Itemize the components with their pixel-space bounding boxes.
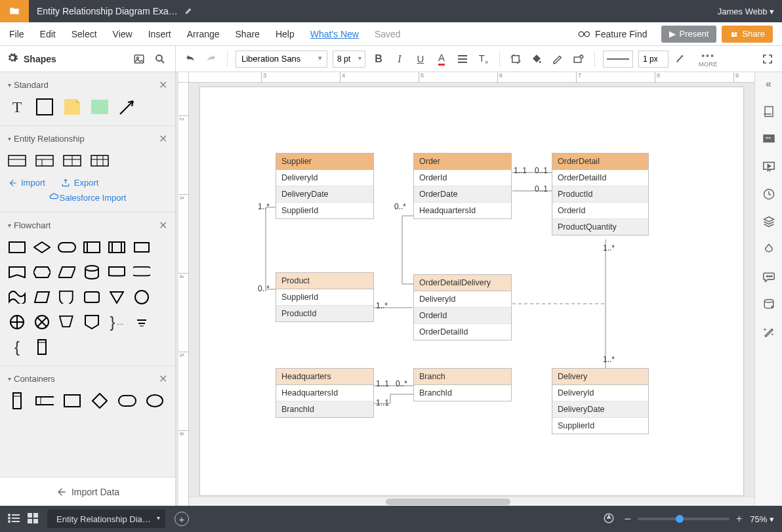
history-icon[interactable] <box>762 188 775 201</box>
arrow-shape[interactable] <box>118 98 136 116</box>
font-select[interactable]: Liberation Sans <box>236 51 327 68</box>
entity-order[interactable]: Order OrderId OrderDate HeadquartersId <box>413 153 512 219</box>
ct-shape[interactable] <box>35 392 54 410</box>
er-grid-shape[interactable] <box>63 152 81 170</box>
entity-supplier[interactable]: Supplier DeliveryId DeliveryDate Supplie… <box>276 153 374 219</box>
line-width-input[interactable] <box>638 51 669 68</box>
more-tools[interactable]: ••• MORE <box>699 51 718 68</box>
underline-icon[interactable]: U <box>413 51 428 67</box>
line-style-select[interactable] <box>603 51 633 68</box>
fc-shape[interactable] <box>33 288 51 306</box>
fc-shape[interactable] <box>83 288 101 306</box>
ct-shape[interactable] <box>8 392 26 410</box>
close-icon[interactable]: ✕ <box>159 133 167 145</box>
sync-status-icon[interactable] <box>603 512 615 526</box>
fc-shape[interactable] <box>33 313 51 331</box>
data-icon[interactable] <box>762 298 775 311</box>
er-table-shape[interactable] <box>35 152 54 170</box>
line-arrow-icon[interactable] <box>674 51 689 67</box>
rename-icon[interactable] <box>184 6 194 17</box>
fc-shape[interactable] <box>58 238 76 256</box>
fc-shape[interactable] <box>133 263 151 281</box>
entity-delivery[interactable]: Delivery DeliveryId DeliveryDate Supplie… <box>552 368 649 434</box>
menu-view[interactable]: View <box>113 29 133 39</box>
fc-shape[interactable] <box>83 238 101 256</box>
fc-shape[interactable] <box>108 288 126 306</box>
undo-icon[interactable] <box>182 51 198 67</box>
italic-icon[interactable]: I <box>392 51 407 67</box>
folder-icon[interactable] <box>0 0 29 22</box>
fill-icon[interactable] <box>529 51 545 67</box>
canvas[interactable]: 3 4 5 6 7 8 9 2 3 4 5 6 <box>178 72 754 506</box>
menu-select[interactable]: Select <box>72 29 97 39</box>
entity-product[interactable]: Product SupplierId ProductId <box>276 272 374 322</box>
fc-shape[interactable] <box>8 238 26 256</box>
user-menu[interactable]: James Webb ▾ <box>718 7 774 16</box>
text-color-icon[interactable]: A <box>434 51 449 67</box>
line-color-icon[interactable] <box>550 51 566 67</box>
note-shape[interactable] <box>63 98 81 116</box>
bold-icon[interactable]: B <box>371 51 386 67</box>
menu-insert[interactable]: Insert <box>148 29 171 39</box>
fc-shape[interactable] <box>58 313 76 331</box>
page-tab[interactable]: Entity Relationship Dia… <box>47 510 165 528</box>
fc-shape[interactable] <box>33 338 51 356</box>
menu-whatsnew[interactable]: What's New <box>310 29 359 39</box>
fc-shape[interactable] <box>108 263 126 281</box>
search-shapes-icon[interactable] <box>152 51 169 68</box>
close-icon[interactable]: ✕ <box>159 219 167 232</box>
fc-shape[interactable] <box>133 238 151 256</box>
entity-order-detail-delivery[interactable]: OrderDetailDelivery DeliveryId OrderId O… <box>413 274 512 340</box>
ct-shape[interactable] <box>118 392 136 410</box>
outline-view-icon[interactable] <box>8 514 20 525</box>
er-import-link[interactable]: Import <box>8 178 45 188</box>
fc-shape[interactable] <box>83 263 101 281</box>
zoom-level[interactable]: 75% ▾ <box>750 514 774 524</box>
menu-arrange[interactable]: Arrange <box>187 29 220 39</box>
document-title[interactable]: Entity Relationship Diagram Exa… <box>37 6 178 16</box>
er-export-link[interactable]: Export <box>61 178 99 188</box>
present-panel-icon[interactable] <box>762 160 775 173</box>
menu-share[interactable]: Share <box>236 29 260 39</box>
grid-view-icon[interactable] <box>28 513 38 525</box>
fullscreen-icon[interactable] <box>760 51 775 67</box>
fc-shape[interactable] <box>33 263 51 281</box>
insert-image-icon[interactable] <box>131 51 148 68</box>
close-icon[interactable]: ✕ <box>159 79 167 91</box>
fc-shape[interactable] <box>83 313 101 331</box>
block-shape[interactable] <box>91 98 109 116</box>
zoom-out-button[interactable]: − <box>624 512 631 526</box>
menu-file[interactable]: File <box>9 29 24 39</box>
comments-icon[interactable]: "" <box>762 133 775 146</box>
align-icon[interactable] <box>455 51 470 67</box>
font-size-input[interactable] <box>333 51 365 68</box>
chat-icon[interactable] <box>762 270 775 283</box>
collapse-right-icon[interactable]: « <box>762 77 775 91</box>
er-grid2-shape[interactable] <box>91 152 109 170</box>
shape-options-icon[interactable] <box>571 51 586 67</box>
entity-order-detail[interactable]: OrderDetail OrderDetailId ProductId Orde… <box>552 153 649 235</box>
text-format-icon[interactable]: T× <box>476 51 491 67</box>
diagram-page[interactable]: Supplier DeliveryId DeliveryDate Supplie… <box>199 87 744 496</box>
layers-icon[interactable] <box>762 215 775 228</box>
fc-shape[interactable] <box>33 238 51 256</box>
theme-icon[interactable] <box>762 243 775 256</box>
fc-shape[interactable] <box>8 313 26 331</box>
feature-find[interactable]: Feature Find <box>578 29 647 39</box>
text-shape[interactable]: T <box>8 98 26 116</box>
fc-shape[interactable]: { <box>8 338 26 356</box>
zoom-in-button[interactable]: + <box>736 513 742 525</box>
fc-shape[interactable] <box>58 263 76 281</box>
fc-shape[interactable] <box>8 288 26 306</box>
zoom-slider[interactable] <box>638 518 730 520</box>
redo-icon[interactable] <box>203 51 219 67</box>
fc-shape[interactable] <box>133 313 151 331</box>
present-button[interactable]: ▶Present <box>661 26 716 43</box>
shape-crop-icon[interactable] <box>508 51 524 67</box>
menu-help[interactable]: Help <box>276 29 295 39</box>
rectangle-shape[interactable] <box>35 98 54 116</box>
magic-icon[interactable] <box>762 325 775 338</box>
ct-shape[interactable] <box>63 392 81 410</box>
fc-shape[interactable]: }… <box>108 313 126 331</box>
entity-headquarters[interactable]: Headquarters HeadquartersId BranchId <box>276 368 374 418</box>
